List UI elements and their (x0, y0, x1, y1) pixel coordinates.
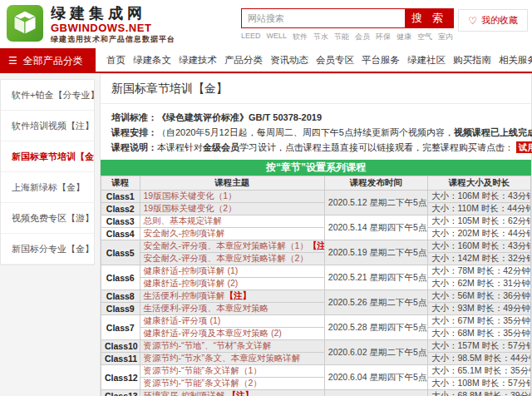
course-size-cell: 大小：68M 时长：35分钟 (427, 328, 530, 340)
course-date-cell: 2020.5.19 星期二下午5点 (324, 240, 427, 265)
course-topic-link[interactable]: 健康舒适-评分项及本章应对策略 (2) (140, 328, 324, 340)
content: 软件+铂金【分专业】软件培训视频【注】新国标章节培训【金】上海新绿标【金】视频免… (0, 73, 532, 396)
table-row: Class8生活便利-控制项详解【注】2020.5.26 星期二下午5点大小：5… (101, 290, 531, 303)
search-box: 搜 索 (241, 8, 454, 28)
course-date-cell: 2020.5.28 星期四下午5点 (324, 315, 427, 340)
course-topic-link[interactable]: 环境宜居-控制项详解 【注】 (140, 390, 324, 396)
nav-item[interactable]: 首页 (106, 54, 126, 67)
hot-keyword-link[interactable]: 节能 (334, 32, 349, 42)
sidebar-menu: 软件+铂金【分专业】软件培训视频【注】新国标章节培训【金】上海新绿标【金】视频免… (0, 79, 95, 265)
table-row: Class13环境宜居-控制项详解 【注】2020.6.09 星期二下午5点大小… (101, 390, 531, 396)
course-topic-link[interactable]: 生活便利-评分项、本章应对策略 (140, 303, 324, 315)
nav-item[interactable]: 绿建技术 (179, 54, 217, 67)
course-class-cell: Class5 (101, 240, 140, 265)
page: 绿建集成网 GBWINDOWS.NET 绿建选用技术和产品信息数据平台 搜 索 … (0, 0, 532, 396)
course-table: 课程课程主题课程发布时间课程大小及时长 Class119版国标关键变化（1）20… (101, 176, 531, 396)
course-topic-link[interactable]: 健康舒适-评分项 (1) (140, 315, 324, 328)
course-class-cell: Class8 (101, 290, 140, 303)
course-size-cell: 大小：202M 时长：44分钟 (427, 228, 530, 240)
course-size-cell: 大小：78M 时长：42分钟 (427, 265, 530, 278)
hot-keyword-link[interactable]: 节水 (313, 32, 328, 42)
course-topic-link[interactable]: 生活便利-控制项详解【注】 (140, 290, 324, 303)
site-logo[interactable]: 绿建集成网 GBWINDOWS.NET 绿建选用技术和产品信息数据平台 (7, 5, 175, 44)
nav-item[interactable]: 平台服务 (362, 54, 400, 67)
table-row: Class9生活便利-评分项、本章应对策略大小：93M 时长：49分钟 (101, 303, 531, 315)
table-row: 安全耐久-评分项、本章应对策略详解（2）大小：142M 时长：32分钟 (101, 253, 531, 265)
course-topic-link[interactable]: 健康舒适-控制项详解 (2) (140, 278, 324, 290)
table-row: Class11资源节约-“节水”条文、本章应对策略详解大小：98.5M 时长：4… (101, 353, 531, 365)
hot-keyword-link[interactable]: 软件 (293, 32, 308, 42)
nav-items: 首页绿建条文绿建技术产品分类资讯动态会员专区平台服务绿建社区购买指南相关服务 (106, 48, 532, 72)
course-table-body: Class119版国标关键变化（1）2020.5.12 星期二下午5点大小：10… (101, 191, 531, 396)
course-topic-link[interactable]: 安全耐久-控制项详解 (140, 228, 324, 240)
table-row: Class12资源节约-“节能”条文详解（1）2020.6.04 星期四下午5点… (101, 365, 531, 378)
course-date-cell: 2020.5.12 星期二下午5点 (324, 191, 427, 215)
sidebar-item[interactable]: 软件培训视频【注】 (1, 111, 94, 141)
hot-keyword-link[interactable]: LEED (241, 32, 261, 42)
table-row: 资源节约-“节能”条文详解（2）大小：108M 时长：57分钟 (101, 378, 531, 390)
course-topic-link[interactable]: 资源节约-“节能”条文详解（2） (140, 378, 324, 390)
table-row: Class119版国标关键变化（1）2020.5.12 星期二下午5点大小：10… (101, 191, 531, 203)
search-input[interactable] (242, 9, 405, 27)
course-date-cell: 2020.6.09 星期二下午5点 (324, 390, 427, 396)
nav-item[interactable]: 购买指南 (453, 54, 491, 67)
sidebar-item[interactable]: 上海新绿标【金】 (1, 172, 94, 203)
course-topic-link[interactable]: 健康舒适-控制项详解 (1) (140, 265, 324, 278)
trial-member-badge[interactable]: 试用会员（周） (516, 141, 532, 153)
table-row: 健康舒适-控制项详解 (2)大小：62M 时长：31分钟 (101, 278, 531, 290)
search-button[interactable]: 搜 索 (405, 9, 453, 27)
sidebar-item[interactable]: 软件+铂金【分专业】 (1, 80, 94, 111)
course-topic-link[interactable]: 资源节约-“节水”条文、本章应对策略详解 (140, 353, 324, 365)
all-categories-label: 全部产品分类 (23, 54, 83, 68)
schedule-label: 课程安排： (111, 127, 157, 137)
course-date-cell: 2020.5.14 星期四下午5点 (324, 215, 427, 240)
hamburger-icon: ☰ (8, 55, 17, 67)
table-row: Class10资源节约-“节地”、“节材”条文详解2020.6.02 星期二下午… (101, 340, 531, 353)
table-column-header: 课程大小及时长 (427, 176, 530, 191)
course-class-cell: Class4 (101, 228, 140, 240)
nav-item[interactable]: 绿建条文 (133, 54, 171, 67)
course-topic-link[interactable]: 19版国标关键变化（2） (140, 203, 324, 215)
course-date-cell: 2020.5.26 星期二下午5点 (324, 290, 427, 315)
hot-keyword-link[interactable]: 健康 (397, 32, 411, 42)
site-logo-cube-icon (7, 5, 43, 42)
description-label: 课程说明： (111, 142, 157, 152)
series-banner: 按“章节”设置系列课程 (101, 160, 531, 176)
nav-item[interactable]: 绿建社区 (407, 54, 446, 67)
favorites-button[interactable]: ♡ 我的收藏 (458, 9, 528, 32)
course-topic-link[interactable]: 安全耐久-评分项、本章应对策略详解（1）【注】 (140, 240, 324, 253)
hot-keyword-link[interactable]: WELL (267, 32, 288, 42)
info-schedule: 课程安排：（自2020年5月12日起，每周周二、周四下午5点持续更新两个视频内容… (111, 125, 520, 140)
nav-item[interactable]: 资讯动态 (270, 54, 308, 67)
sidebar-item[interactable]: 新国标分专业【金】 (1, 234, 94, 265)
info-standard: 培训标准：《绿色建筑评价标准》GB/T 50378-2019 (111, 110, 520, 125)
course-note-tag: 【注】 (225, 290, 252, 300)
site-domain: GBWINDOWS.NET (51, 22, 175, 34)
course-topic-link[interactable]: 资源节约-“节能”条文详解（1） (140, 365, 324, 378)
course-size-cell: 大小：160M 时长：43分钟 (427, 240, 530, 253)
nav-item[interactable]: 相关服务 (499, 54, 532, 67)
course-size-cell: 大小：93M 时长：49分钟 (427, 303, 530, 315)
sidebar-item[interactable]: 新国标章节培训【金】 (1, 141, 94, 172)
hot-keyword-link[interactable]: 环保 (376, 32, 391, 42)
hot-keyword-link[interactable]: 室内 (438, 32, 453, 42)
course-topic-link[interactable]: 资源节约-“节地”、“节材”条文详解 (140, 340, 324, 353)
all-categories-button[interactable]: ☰ 全部产品分类 (0, 48, 96, 73)
hot-keyword-link[interactable]: 会员 (355, 32, 370, 42)
table-column-header: 课程 (101, 176, 140, 191)
course-topic-link[interactable]: 安全耐久-评分项、本章应对策略详解（2） (140, 253, 324, 265)
description-text: 本课程针对 (157, 142, 203, 152)
course-size-cell: 大小：56M 时长：36分钟 (427, 290, 530, 303)
course-class-cell: Class1 (101, 191, 140, 203)
course-date-cell: 2020.6.02 星期二下午5点 (324, 340, 427, 365)
course-class-cell: Class11 (101, 353, 140, 365)
table-row: 健康舒适-评分项及本章应对策略 (2)大小：68M 时长：35分钟 (101, 328, 531, 340)
course-topic-link[interactable]: 19版国标关键变化（1） (140, 191, 324, 203)
schedule-highlight: 视频课程已上线完成。 (454, 127, 532, 137)
hot-keyword-link[interactable]: 空气 (417, 32, 432, 42)
nav-item[interactable]: 产品分类 (224, 54, 263, 67)
course-class-cell: Class12 (101, 365, 140, 390)
sidebar-item[interactable]: 视频免费专区【游】 (1, 203, 94, 234)
course-topic-link[interactable]: 总则、基本规定详解 (140, 215, 324, 228)
nav-item[interactable]: 会员专区 (316, 54, 354, 67)
